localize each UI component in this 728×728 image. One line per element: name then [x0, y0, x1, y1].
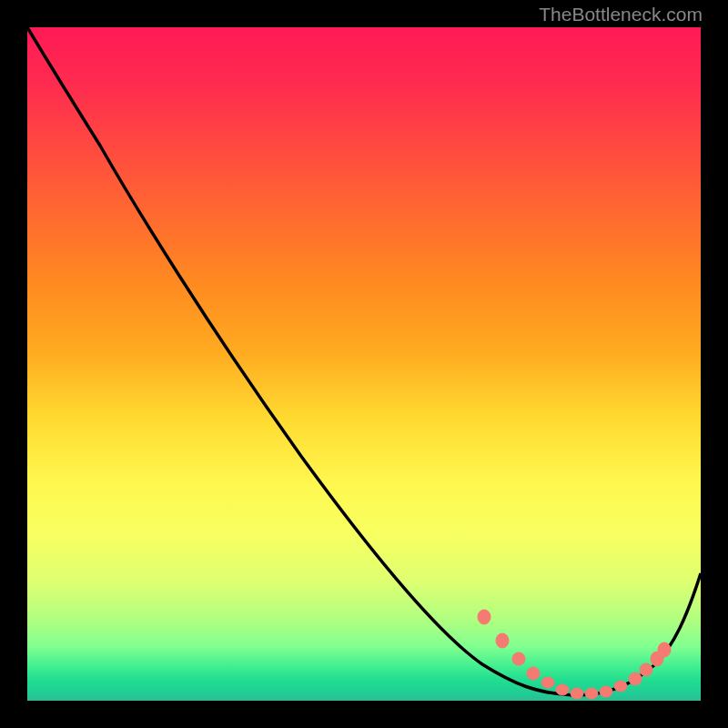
marker-dot — [640, 663, 652, 676]
marker-dot — [585, 688, 598, 699]
marker-dot — [658, 642, 671, 657]
marker-dot — [614, 681, 627, 692]
marker-dot — [556, 684, 569, 695]
marker-dot — [571, 688, 583, 699]
marker-dot — [541, 677, 554, 688]
plot-area — [27, 27, 701, 701]
bottleneck-curve — [27, 27, 701, 695]
watermark-text: TheBottleneck.com — [539, 4, 703, 25]
marker-group — [478, 610, 671, 699]
marker-dot — [600, 686, 612, 697]
marker-dot — [496, 633, 509, 648]
curve-svg — [27, 27, 701, 701]
chart-container: TheBottleneck.com — [0, 0, 728, 728]
marker-dot — [478, 610, 490, 624]
marker-dot — [527, 667, 540, 680]
marker-dot — [629, 672, 642, 685]
marker-dot — [512, 652, 525, 665]
